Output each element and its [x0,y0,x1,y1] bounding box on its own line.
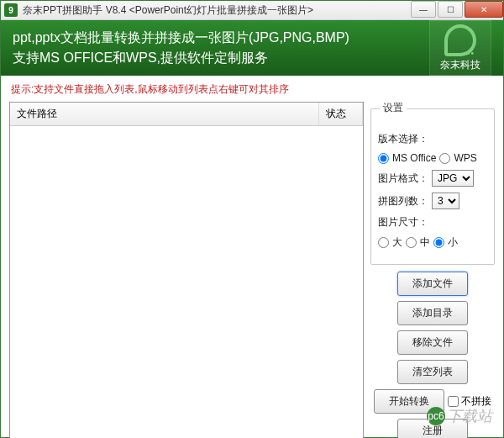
hint-text: 提示:支持文件直接拖入列表,鼠标移动到列表点右键可对其排序 [1,76,503,102]
minimize-button[interactable]: — [411,1,436,18]
app-icon: 9 [4,3,18,17]
add-file-button[interactable]: 添加文件 [397,272,468,296]
size-options: 大 中 小 [378,235,487,250]
header-banner: ppt,pptx文档批量转换并拼接成一张图片(JPG,PNG,BMP) 支持MS… [1,20,503,76]
banner-text: ppt,pptx文档批量转换并拼接成一张图片(JPG,PNG,BMP) 支持MS… [13,28,349,68]
list-body[interactable] [10,126,363,438]
col-header-status[interactable]: 状态 [319,103,363,125]
cols-label: 拼图列数： [378,194,428,208]
radio-wps[interactable]: WPS [439,152,476,164]
window-controls: — ☐ ✕ [409,1,503,19]
radio-msoffice[interactable]: MS Office [378,152,436,164]
size-label: 图片尺寸： [378,215,428,230]
register-button[interactable]: 注册 [397,419,468,438]
format-select[interactable]: JPG [432,170,474,187]
file-list: 文件路径 状态 [9,102,364,438]
radio-wps-input[interactable] [439,153,450,164]
size-label-row: 图片尺寸： [378,215,487,230]
format-row: 图片格式： JPG [378,170,487,187]
start-convert-button[interactable]: 开始转换 [374,389,444,414]
logo-label: 奈末科技 [440,58,480,72]
button-stack: 添加文件 添加目录 移除文件 清空列表 开始转换 不拼接 注册 [370,272,495,438]
cols-select[interactable]: 3 [432,193,459,209]
maximize-button[interactable]: ☐ [438,1,463,18]
titlebar: 9 奈末PPT拼图助手 V8.4 <PowerPoint幻灯片批量拼接成一张图片… [1,1,503,20]
remove-file-button[interactable]: 移除文件 [397,330,468,355]
close-button[interactable]: ✕ [465,1,503,18]
radio-size-large[interactable]: 大 [378,235,402,250]
logo-box: ••• 奈末科技 [429,20,491,76]
version-row: 版本选择： [378,132,487,146]
radio-msoffice-input[interactable] [378,153,389,164]
app-window: 9 奈末PPT拼图助手 V8.4 <PowerPoint幻灯片批量拼接成一张图片… [0,0,504,438]
banner-line2: 支持MS OFFICE和WPS,提供软件定制服务 [13,48,349,68]
list-header: 文件路径 状态 [10,103,363,126]
content-area: 文件路径 状态 设置 版本选择： MS Office WPS 图片格式： JPG [1,102,503,438]
radio-size-medium[interactable]: 中 [406,235,430,250]
col-header-path[interactable]: 文件路径 [10,103,319,125]
settings-group: 设置 版本选择： MS Office WPS 图片格式： JPG 拼图列数： 3 [370,102,495,265]
window-title: 奈末PPT拼图助手 V8.4 <PowerPoint幻灯片批量拼接成一张图片> [23,3,409,18]
cols-row: 拼图列数： 3 [378,193,487,209]
settings-title: 设置 [380,101,407,115]
version-options: MS Office WPS [378,152,487,164]
radio-size-small[interactable]: 小 [433,235,458,250]
no-merge-checkbox[interactable]: 不拼接 [448,394,491,409]
version-label: 版本选择： [378,132,428,146]
logo-icon: ••• [444,24,476,56]
format-label: 图片格式： [378,172,428,186]
banner-line1: ppt,pptx文档批量转换并拼接成一张图片(JPG,PNG,BMP) [13,28,349,48]
add-dir-button[interactable]: 添加目录 [397,301,468,325]
side-panel: 设置 版本选择： MS Office WPS 图片格式： JPG 拼图列数： 3 [370,102,495,438]
clear-list-button[interactable]: 清空列表 [397,360,468,384]
